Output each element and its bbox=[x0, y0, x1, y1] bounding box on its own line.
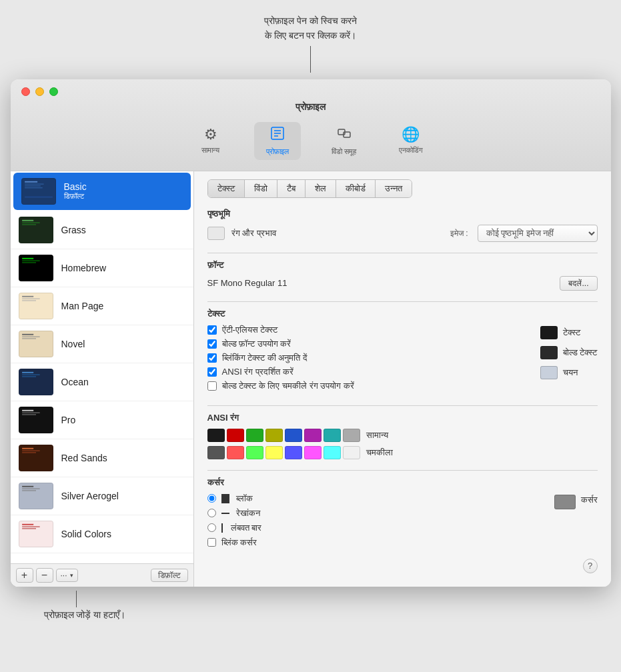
svg-rect-10 bbox=[25, 187, 43, 188]
ansi-normal-6[interactable] bbox=[324, 429, 341, 442]
blinking-label: ब्लिंकिंग टेक्स्ट की अनुमति दें bbox=[222, 353, 307, 363]
text-checkboxes: ऐंटी-एलियस टेक्स्ट बोल्ड फ़ॉन्ट उपयोग कर… bbox=[207, 325, 527, 395]
profile-name-basic: Basic bbox=[64, 181, 87, 192]
profile-item-basic[interactable]: Basic डिफ़ॉल्ट bbox=[13, 173, 191, 210]
svg-rect-47 bbox=[22, 528, 36, 529]
ansi-normal-7[interactable] bbox=[343, 429, 360, 442]
toolbar-general[interactable]: ⚙ सामान्य bbox=[187, 122, 234, 160]
remove-profile-button[interactable]: − bbox=[36, 568, 53, 583]
svg-rect-38 bbox=[22, 450, 40, 451]
annotation-bottom-text: प्रोफ़ाइल जोड़ें या हटाएँ। bbox=[44, 609, 126, 620]
ansi-normal-2[interactable] bbox=[246, 429, 263, 442]
window-group-icon bbox=[337, 126, 352, 145]
bold-font-label: बोल्ड फ़ॉन्ट उपयोग करें bbox=[222, 339, 291, 349]
font-section: फ़ॉन्ट SF Mono Regular 11 बदलें... bbox=[207, 260, 598, 291]
ansi-bright-7[interactable] bbox=[343, 446, 360, 459]
divider-1 bbox=[207, 253, 598, 253]
background-color-swatch[interactable] bbox=[207, 227, 225, 240]
ansi-normal-label: सामान्य bbox=[366, 430, 388, 441]
blinking-checkbox[interactable] bbox=[207, 353, 217, 363]
profile-name-pro: Pro bbox=[61, 415, 76, 425]
profile-item-pro[interactable]: Pro bbox=[11, 401, 193, 439]
change-font-button[interactable]: बदलें... bbox=[560, 276, 597, 291]
close-button[interactable] bbox=[21, 87, 30, 96]
ansi-bright-0[interactable] bbox=[207, 446, 225, 459]
svg-rect-43 bbox=[22, 490, 36, 491]
ansi-bright-3[interactable] bbox=[265, 446, 283, 459]
profile-name-novel: Novel bbox=[61, 339, 85, 349]
sidebar: Basic डिफ़ॉल्ट Grass bbox=[11, 171, 194, 587]
profile-item-redsands[interactable]: Red Sands bbox=[11, 439, 193, 477]
bright-bold-checkbox[interactable] bbox=[207, 381, 217, 391]
profile-item-silveraerogel[interactable]: Silver Aerogel bbox=[11, 477, 193, 515]
window-title: प्रोफ़ाइल bbox=[295, 101, 326, 113]
add-profile-button[interactable]: + bbox=[16, 568, 33, 583]
profile-item-homebrew[interactable]: Homebrew bbox=[11, 249, 193, 287]
cursor-color-label: कर्सर bbox=[581, 495, 598, 505]
svg-rect-32 bbox=[19, 407, 52, 433]
toolbar: ⚙ सामान्य प्रोफ़ाइल bbox=[187, 119, 434, 165]
antialias-checkbox[interactable] bbox=[207, 325, 217, 335]
ansi-normal-1[interactable] bbox=[227, 429, 244, 442]
ansi-normal-0[interactable] bbox=[207, 429, 225, 442]
svg-rect-15 bbox=[22, 224, 36, 225]
profile-item-manpage[interactable]: Man Page bbox=[11, 287, 193, 325]
profile-item-solidcolors[interactable]: Solid Colors bbox=[11, 515, 193, 553]
cursor-underline-radio[interactable] bbox=[207, 509, 216, 517]
ansi-normal-4[interactable] bbox=[285, 429, 302, 442]
font-title: फ़ॉन्ट bbox=[207, 260, 598, 271]
selection-color-swatch[interactable] bbox=[540, 366, 558, 379]
image-label: इमेज : bbox=[450, 229, 468, 238]
bold-font-checkbox[interactable] bbox=[207, 339, 217, 349]
tab-advanced[interactable]: उन्नत bbox=[376, 180, 412, 197]
maximize-button[interactable] bbox=[49, 87, 58, 96]
svg-rect-39 bbox=[22, 452, 36, 453]
bright-bold-label: बोल्ड टेक्स्ट के लिए चमकीले रंग उपयोग कर… bbox=[222, 381, 354, 391]
profile-icon bbox=[270, 126, 285, 145]
toolbar-general-label: सामान्य bbox=[201, 146, 219, 155]
toolbar-encoding[interactable]: 🌐 एनकोडिंग bbox=[388, 122, 434, 160]
tab-keyboard[interactable]: कीबोर्ड bbox=[336, 180, 376, 197]
toolbar-profile[interactable]: प्रोफ़ाइल bbox=[254, 122, 301, 160]
ansi-normal-5[interactable] bbox=[304, 429, 322, 442]
cursor-color-area: कर्सर bbox=[554, 493, 598, 548]
tab-shell[interactable]: शेल bbox=[305, 180, 336, 197]
profile-item-novel[interactable]: Novel bbox=[11, 325, 193, 363]
svg-rect-7 bbox=[25, 181, 37, 183]
tab-window[interactable]: विंडो bbox=[245, 180, 277, 197]
profile-item-ocean[interactable]: Ocean bbox=[11, 363, 193, 401]
checkbox-antialias: ऐंटी-एलियस टेक्स्ट bbox=[207, 325, 527, 335]
tab-tab[interactable]: टैब bbox=[277, 180, 305, 197]
ansi-normal-3[interactable] bbox=[265, 429, 283, 442]
bold-text-color-swatch[interactable] bbox=[540, 346, 558, 359]
text-color-row: टेक्स्ट bbox=[540, 326, 598, 339]
profile-item-grass[interactable]: Grass bbox=[11, 211, 193, 249]
ansi-bright-1[interactable] bbox=[227, 446, 244, 459]
help-button[interactable]: ? bbox=[583, 559, 598, 573]
cursor-vertical-radio[interactable] bbox=[207, 523, 216, 532]
ansi-bright-2[interactable] bbox=[246, 446, 263, 459]
set-default-button[interactable]: डिफ़ॉल्ट bbox=[151, 569, 188, 582]
more-options-button[interactable]: ··· ▾ bbox=[56, 569, 78, 582]
cursor-color-swatch[interactable] bbox=[554, 495, 576, 509]
svg-rect-46 bbox=[22, 526, 40, 527]
ansi-bright-4[interactable] bbox=[285, 446, 302, 459]
text-color-swatch[interactable] bbox=[540, 326, 558, 339]
image-select[interactable]: कोई पृष्ठभूमि इमेज नहीं bbox=[478, 225, 598, 242]
ansi-bright-6[interactable] bbox=[324, 446, 341, 459]
svg-rect-33 bbox=[22, 410, 33, 411]
tab-text[interactable]: टेक्स्ट bbox=[208, 180, 245, 197]
svg-rect-25 bbox=[22, 334, 33, 335]
profile-info-homebrew: Homebrew bbox=[61, 263, 107, 273]
cursor-block-radio[interactable] bbox=[207, 494, 216, 503]
minimize-button[interactable] bbox=[35, 87, 44, 96]
ansi-bright-5[interactable] bbox=[304, 446, 322, 459]
checkbox-blinking: ब्लिंकिंग टेक्स्ट की अनुमति दें bbox=[207, 353, 527, 363]
svg-rect-37 bbox=[22, 448, 33, 449]
toolbar-window-group[interactable]: विंडो समूह bbox=[321, 122, 368, 160]
cursor-content: ब्लॉक रेखांकन लंबवत बार bbox=[207, 493, 598, 548]
blink-cursor-checkbox[interactable] bbox=[207, 538, 216, 547]
profile-info-pro: Pro bbox=[61, 415, 76, 425]
ansi-checkbox[interactable] bbox=[207, 367, 217, 377]
profile-thumb-basic bbox=[21, 178, 56, 205]
